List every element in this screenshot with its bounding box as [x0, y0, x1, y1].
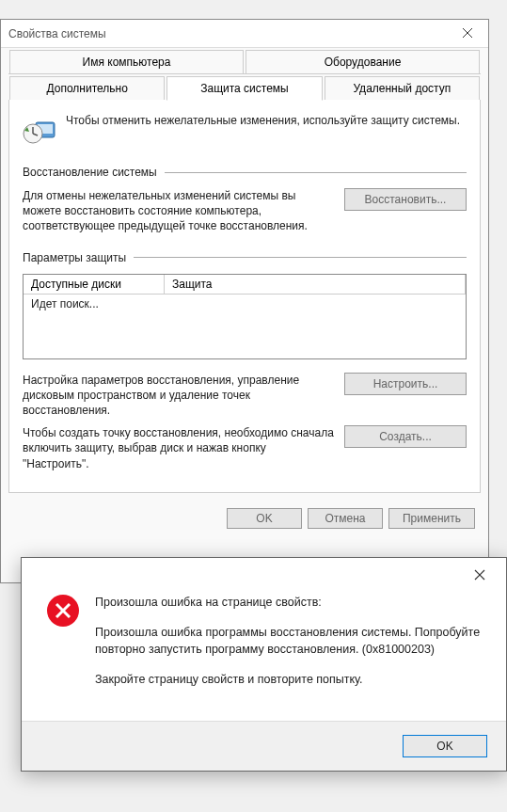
titlebar: Свойства системы — [1, 20, 488, 48]
error-line2: Произошла ошибка программы восстановлени… — [95, 624, 487, 658]
tabs: Имя компьютера Оборудование Дополнительн… — [1, 48, 488, 100]
error-ok-button[interactable]: OK — [403, 735, 487, 757]
ok-button[interactable]: OK — [227, 508, 302, 529]
error-dialog: Произошла ошибка на странице свойств: Пр… — [21, 557, 507, 772]
create-row: Чтобы создать точку восстановления, необ… — [23, 425, 467, 471]
error-close-button[interactable] — [467, 567, 493, 584]
restore-description: Для отмены нежелательных изменений систе… — [23, 188, 335, 234]
error-line1: Произошла ошибка на странице свойств: — [95, 594, 487, 611]
system-properties-window: Свойства системы Имя компьютера Оборудов… — [0, 19, 489, 583]
close-icon — [462, 27, 473, 39]
intro-row: Чтобы отменить нежелательные изменения, … — [23, 113, 467, 147]
error-line3: Закройте страницу свойств и повторите по… — [95, 671, 487, 688]
error-buttons: OK — [22, 721, 506, 771]
tab-advanced[interactable]: Дополнительно — [9, 76, 165, 100]
column-drives[interactable]: Доступные диски — [24, 275, 165, 295]
error-text: Произошла ошибка на странице свойств: Пр… — [95, 594, 487, 702]
drives-body: Идет поиск... — [24, 295, 466, 358]
dialog-buttons: OK Отмена Применить — [1, 501, 488, 536]
tab-remote[interactable]: Удаленный доступ — [325, 76, 480, 100]
drives-header: Доступные диски Защита — [24, 275, 466, 295]
configure-row: Настройка параметров восстановления, упр… — [23, 373, 467, 419]
close-button[interactable] — [454, 25, 481, 42]
apply-button[interactable]: Применить — [388, 508, 475, 529]
configure-description: Настройка параметров восстановления, упр… — [23, 373, 335, 419]
window-title: Свойства системы — [8, 27, 454, 40]
cancel-button[interactable]: Отмена — [308, 508, 383, 529]
error-icon — [46, 594, 80, 628]
create-button[interactable]: Создать... — [344, 425, 467, 448]
column-protection[interactable]: Защита — [165, 275, 466, 295]
divider — [134, 257, 467, 258]
section-restore-label: Восстановление системы — [23, 166, 157, 179]
section-restore-title: Восстановление системы — [23, 166, 467, 179]
error-body: Произошла ошибка на странице свойств: Пр… — [22, 584, 506, 721]
restore-button[interactable]: Восстановить... — [344, 188, 467, 211]
section-protect-label: Параметры защиты — [23, 251, 126, 264]
create-description: Чтобы создать точку восстановления, необ… — [23, 425, 335, 471]
section-protect-title: Параметры защиты — [23, 251, 467, 264]
divider — [165, 172, 467, 173]
configure-button[interactable]: Настроить... — [344, 373, 467, 395]
close-icon — [474, 569, 485, 581]
tab-hardware[interactable]: Оборудование — [246, 50, 480, 73]
tab-system-protection[interactable]: Защита системы — [166, 76, 322, 101]
shield-time-icon — [23, 113, 56, 147]
tab-content: Чтобы отменить нежелательные изменения, … — [8, 100, 481, 493]
error-titlebar — [22, 558, 506, 584]
tab-computer-name[interactable]: Имя компьютера — [9, 50, 244, 73]
drives-table: Доступные диски Защита Идет поиск... — [23, 274, 467, 359]
intro-text: Чтобы отменить нежелательные изменения, … — [66, 113, 460, 147]
restore-row: Для отмены нежелательных изменений систе… — [23, 188, 467, 234]
